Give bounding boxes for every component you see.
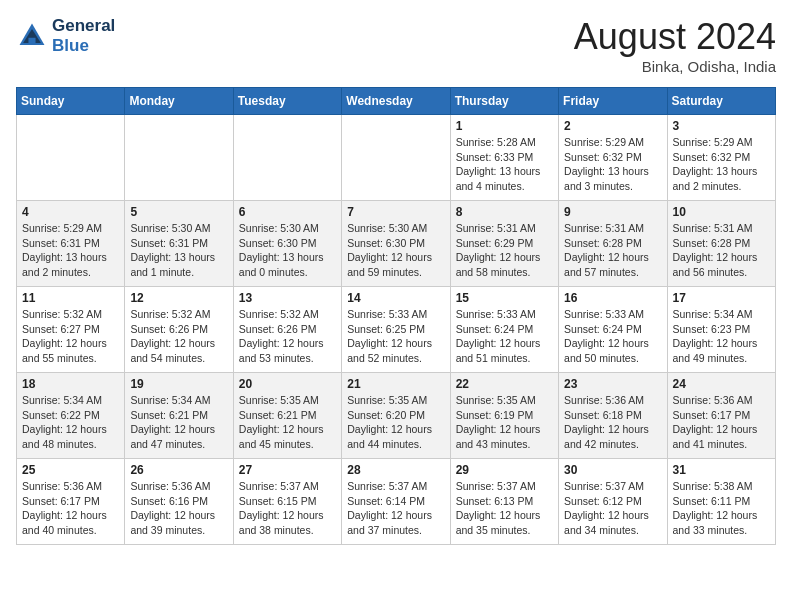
day-detail: Sunrise: 5:37 AM Sunset: 6:12 PM Dayligh…	[564, 479, 661, 538]
day-of-week-header: Wednesday	[342, 88, 450, 115]
calendar-day-cell: 30Sunrise: 5:37 AM Sunset: 6:12 PM Dayli…	[559, 459, 667, 545]
calendar-day-cell	[342, 115, 450, 201]
day-number: 11	[22, 291, 119, 305]
calendar-day-cell: 25Sunrise: 5:36 AM Sunset: 6:17 PM Dayli…	[17, 459, 125, 545]
logo-text: General Blue	[52, 16, 115, 57]
day-detail: Sunrise: 5:35 AM Sunset: 6:20 PM Dayligh…	[347, 393, 444, 452]
day-detail: Sunrise: 5:30 AM Sunset: 6:30 PM Dayligh…	[239, 221, 336, 280]
calendar-day-cell	[17, 115, 125, 201]
logo-icon	[16, 20, 48, 52]
calendar-day-cell: 1Sunrise: 5:28 AM Sunset: 6:33 PM Daylig…	[450, 115, 558, 201]
calendar-day-cell: 9Sunrise: 5:31 AM Sunset: 6:28 PM Daylig…	[559, 201, 667, 287]
day-number: 30	[564, 463, 661, 477]
calendar-week-row: 1Sunrise: 5:28 AM Sunset: 6:33 PM Daylig…	[17, 115, 776, 201]
calendar-week-row: 4Sunrise: 5:29 AM Sunset: 6:31 PM Daylig…	[17, 201, 776, 287]
calendar-day-cell	[125, 115, 233, 201]
day-number: 2	[564, 119, 661, 133]
calendar-day-cell: 7Sunrise: 5:30 AM Sunset: 6:30 PM Daylig…	[342, 201, 450, 287]
day-number: 18	[22, 377, 119, 391]
calendar-day-cell: 17Sunrise: 5:34 AM Sunset: 6:23 PM Dayli…	[667, 287, 775, 373]
day-detail: Sunrise: 5:31 AM Sunset: 6:28 PM Dayligh…	[673, 221, 770, 280]
calendar-day-cell: 2Sunrise: 5:29 AM Sunset: 6:32 PM Daylig…	[559, 115, 667, 201]
day-detail: Sunrise: 5:31 AM Sunset: 6:28 PM Dayligh…	[564, 221, 661, 280]
day-detail: Sunrise: 5:29 AM Sunset: 6:31 PM Dayligh…	[22, 221, 119, 280]
calendar-day-cell: 31Sunrise: 5:38 AM Sunset: 6:11 PM Dayli…	[667, 459, 775, 545]
day-detail: Sunrise: 5:34 AM Sunset: 6:23 PM Dayligh…	[673, 307, 770, 366]
day-detail: Sunrise: 5:33 AM Sunset: 6:25 PM Dayligh…	[347, 307, 444, 366]
day-number: 25	[22, 463, 119, 477]
logo: General Blue	[16, 16, 115, 57]
day-number: 4	[22, 205, 119, 219]
calendar-day-cell: 8Sunrise: 5:31 AM Sunset: 6:29 PM Daylig…	[450, 201, 558, 287]
calendar-day-cell: 27Sunrise: 5:37 AM Sunset: 6:15 PM Dayli…	[233, 459, 341, 545]
day-of-week-header: Saturday	[667, 88, 775, 115]
day-number: 22	[456, 377, 553, 391]
calendar-day-cell: 29Sunrise: 5:37 AM Sunset: 6:13 PM Dayli…	[450, 459, 558, 545]
day-of-week-header: Monday	[125, 88, 233, 115]
day-detail: Sunrise: 5:30 AM Sunset: 6:31 PM Dayligh…	[130, 221, 227, 280]
day-detail: Sunrise: 5:36 AM Sunset: 6:17 PM Dayligh…	[673, 393, 770, 452]
day-number: 27	[239, 463, 336, 477]
day-detail: Sunrise: 5:32 AM Sunset: 6:26 PM Dayligh…	[239, 307, 336, 366]
day-number: 9	[564, 205, 661, 219]
day-detail: Sunrise: 5:36 AM Sunset: 6:18 PM Dayligh…	[564, 393, 661, 452]
calendar-day-cell: 20Sunrise: 5:35 AM Sunset: 6:21 PM Dayli…	[233, 373, 341, 459]
day-number: 26	[130, 463, 227, 477]
day-number: 24	[673, 377, 770, 391]
day-detail: Sunrise: 5:35 AM Sunset: 6:19 PM Dayligh…	[456, 393, 553, 452]
day-detail: Sunrise: 5:32 AM Sunset: 6:27 PM Dayligh…	[22, 307, 119, 366]
day-number: 16	[564, 291, 661, 305]
svg-rect-2	[28, 38, 35, 45]
day-of-week-header: Friday	[559, 88, 667, 115]
calendar-day-cell: 13Sunrise: 5:32 AM Sunset: 6:26 PM Dayli…	[233, 287, 341, 373]
calendar-day-cell	[233, 115, 341, 201]
day-detail: Sunrise: 5:36 AM Sunset: 6:16 PM Dayligh…	[130, 479, 227, 538]
day-of-week-header: Sunday	[17, 88, 125, 115]
day-detail: Sunrise: 5:37 AM Sunset: 6:14 PM Dayligh…	[347, 479, 444, 538]
calendar-day-cell: 14Sunrise: 5:33 AM Sunset: 6:25 PM Dayli…	[342, 287, 450, 373]
calendar-header-row: SundayMondayTuesdayWednesdayThursdayFrid…	[17, 88, 776, 115]
calendar-day-cell: 18Sunrise: 5:34 AM Sunset: 6:22 PM Dayli…	[17, 373, 125, 459]
day-number: 3	[673, 119, 770, 133]
day-detail: Sunrise: 5:31 AM Sunset: 6:29 PM Dayligh…	[456, 221, 553, 280]
calendar-day-cell: 22Sunrise: 5:35 AM Sunset: 6:19 PM Dayli…	[450, 373, 558, 459]
day-detail: Sunrise: 5:35 AM Sunset: 6:21 PM Dayligh…	[239, 393, 336, 452]
day-of-week-header: Thursday	[450, 88, 558, 115]
calendar-week-row: 11Sunrise: 5:32 AM Sunset: 6:27 PM Dayli…	[17, 287, 776, 373]
day-detail: Sunrise: 5:30 AM Sunset: 6:30 PM Dayligh…	[347, 221, 444, 280]
day-number: 29	[456, 463, 553, 477]
day-detail: Sunrise: 5:38 AM Sunset: 6:11 PM Dayligh…	[673, 479, 770, 538]
calendar-body: 1Sunrise: 5:28 AM Sunset: 6:33 PM Daylig…	[17, 115, 776, 545]
day-detail: Sunrise: 5:29 AM Sunset: 6:32 PM Dayligh…	[673, 135, 770, 194]
page-header: General Blue August 2024 Binka, Odisha, …	[16, 16, 776, 75]
month-year-title: August 2024	[574, 16, 776, 58]
calendar-day-cell: 15Sunrise: 5:33 AM Sunset: 6:24 PM Dayli…	[450, 287, 558, 373]
day-number: 21	[347, 377, 444, 391]
day-number: 13	[239, 291, 336, 305]
day-number: 20	[239, 377, 336, 391]
day-number: 1	[456, 119, 553, 133]
day-number: 6	[239, 205, 336, 219]
day-number: 14	[347, 291, 444, 305]
calendar-day-cell: 6Sunrise: 5:30 AM Sunset: 6:30 PM Daylig…	[233, 201, 341, 287]
calendar-day-cell: 16Sunrise: 5:33 AM Sunset: 6:24 PM Dayli…	[559, 287, 667, 373]
day-detail: Sunrise: 5:33 AM Sunset: 6:24 PM Dayligh…	[456, 307, 553, 366]
day-number: 15	[456, 291, 553, 305]
day-number: 10	[673, 205, 770, 219]
calendar-day-cell: 28Sunrise: 5:37 AM Sunset: 6:14 PM Dayli…	[342, 459, 450, 545]
calendar-day-cell: 24Sunrise: 5:36 AM Sunset: 6:17 PM Dayli…	[667, 373, 775, 459]
calendar-day-cell: 21Sunrise: 5:35 AM Sunset: 6:20 PM Dayli…	[342, 373, 450, 459]
day-detail: Sunrise: 5:33 AM Sunset: 6:24 PM Dayligh…	[564, 307, 661, 366]
day-detail: Sunrise: 5:32 AM Sunset: 6:26 PM Dayligh…	[130, 307, 227, 366]
day-number: 17	[673, 291, 770, 305]
calendar-day-cell: 23Sunrise: 5:36 AM Sunset: 6:18 PM Dayli…	[559, 373, 667, 459]
day-number: 19	[130, 377, 227, 391]
day-number: 31	[673, 463, 770, 477]
calendar-day-cell: 12Sunrise: 5:32 AM Sunset: 6:26 PM Dayli…	[125, 287, 233, 373]
day-detail: Sunrise: 5:37 AM Sunset: 6:13 PM Dayligh…	[456, 479, 553, 538]
day-detail: Sunrise: 5:28 AM Sunset: 6:33 PM Dayligh…	[456, 135, 553, 194]
day-detail: Sunrise: 5:37 AM Sunset: 6:15 PM Dayligh…	[239, 479, 336, 538]
calendar-day-cell: 19Sunrise: 5:34 AM Sunset: 6:21 PM Dayli…	[125, 373, 233, 459]
day-detail: Sunrise: 5:36 AM Sunset: 6:17 PM Dayligh…	[22, 479, 119, 538]
calendar-week-row: 18Sunrise: 5:34 AM Sunset: 6:22 PM Dayli…	[17, 373, 776, 459]
